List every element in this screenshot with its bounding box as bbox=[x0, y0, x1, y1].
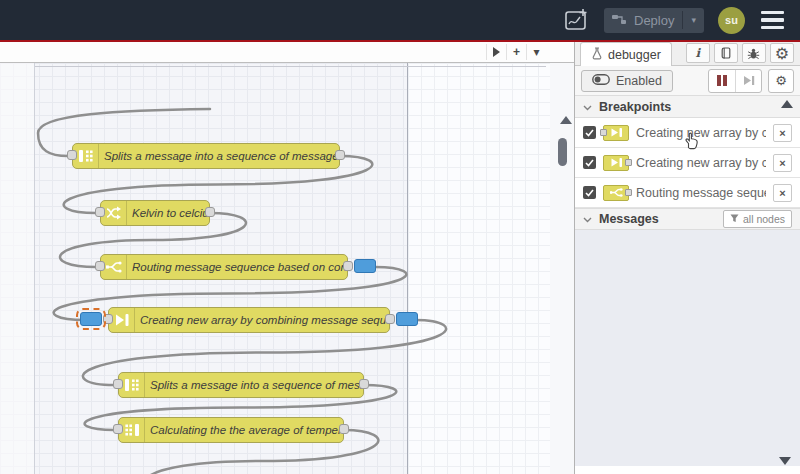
sidebar-scroll-up-arrow[interactable] bbox=[781, 100, 793, 108]
flow-node-split-2[interactable]: Splits a message into a sequence of mess… bbox=[118, 372, 364, 398]
add-flow-button[interactable]: + bbox=[506, 44, 526, 60]
output-port[interactable] bbox=[205, 207, 215, 217]
breakpoint-marker-input-selected[interactable] bbox=[80, 312, 102, 326]
input-port[interactable] bbox=[95, 261, 105, 271]
tab-debugger[interactable]: debugger bbox=[580, 42, 672, 66]
breakpoint-marker-output[interactable] bbox=[396, 312, 418, 326]
user-avatar[interactable]: su bbox=[718, 7, 745, 34]
breakpoint-label: Creating new array by combining message … bbox=[636, 126, 766, 140]
deploy-label: Deploy bbox=[628, 13, 682, 28]
node-label: Routing message sequence based on condit… bbox=[127, 261, 347, 273]
remove-breakpoint-button[interactable]: × bbox=[773, 184, 792, 202]
node-label: Creating new array by combining message … bbox=[135, 314, 389, 326]
tab-scroll-right-button[interactable] bbox=[486, 44, 506, 60]
node-red-app: Deploy ▾ su + ▾ bbox=[0, 0, 800, 474]
input-port[interactable] bbox=[95, 207, 105, 217]
breakpoint-checkbox-checked[interactable] bbox=[583, 186, 596, 199]
sidebar-scroll-down-arrow[interactable] bbox=[779, 457, 791, 465]
main-menu-button[interactable] bbox=[759, 7, 786, 34]
flow-node-join-1[interactable]: Creating new array by combining message … bbox=[108, 307, 390, 333]
debugger-enabled-toggle[interactable]: Enabled bbox=[581, 70, 673, 92]
tab-debug-bug-button[interactable] bbox=[742, 43, 766, 63]
flow-tab-bar: + ▾ bbox=[0, 42, 574, 63]
deploy-dropdown-caret[interactable]: ▾ bbox=[682, 11, 704, 29]
input-port[interactable] bbox=[113, 424, 123, 434]
canvas-scroll-up-arrow[interactable] bbox=[560, 116, 572, 124]
mini-output-port bbox=[625, 159, 632, 166]
breakpoint-row[interactable]: Routing message sequence based on condit… bbox=[575, 178, 800, 208]
flow-list-caret-button[interactable]: ▾ bbox=[526, 44, 546, 60]
sidebar-tabs: debugger i ⚙ ▾ bbox=[575, 42, 800, 66]
output-port[interactable] bbox=[339, 424, 349, 434]
pause-step-group bbox=[708, 69, 762, 93]
toggle-on-icon bbox=[592, 74, 610, 88]
deploy-button[interactable]: Deploy ▾ bbox=[604, 8, 704, 33]
funnel-icon bbox=[730, 213, 739, 225]
mini-input-port bbox=[600, 129, 607, 136]
debugger-toolbar: Enabled ⚙ bbox=[575, 66, 800, 96]
deploy-icon bbox=[612, 12, 628, 29]
pause-button[interactable] bbox=[709, 70, 735, 92]
output-port[interactable] bbox=[343, 261, 353, 271]
messages-section-header[interactable]: Messages all nodes bbox=[575, 208, 800, 230]
chevron-down-icon bbox=[583, 100, 592, 114]
join-node-mini-icon bbox=[603, 155, 629, 171]
flow-node-join-2[interactable]: Calculating the the average of temperatu… bbox=[118, 417, 344, 443]
tab-debugger-label: debugger bbox=[608, 48, 661, 62]
chevron-down-icon bbox=[583, 212, 592, 226]
messages-empty-area bbox=[575, 230, 800, 474]
step-button[interactable] bbox=[735, 70, 761, 92]
tab-help-book-button[interactable] bbox=[714, 43, 738, 63]
canvas-top-edge bbox=[35, 66, 546, 67]
tab-info-button[interactable]: i bbox=[686, 43, 710, 63]
node-label: Splits a message into a sequence of mess… bbox=[145, 379, 363, 391]
output-port[interactable] bbox=[385, 314, 395, 324]
node-label: Calculating the the average of temperatu… bbox=[145, 424, 343, 436]
message-filter-button[interactable]: all nodes bbox=[723, 210, 792, 228]
input-port[interactable] bbox=[103, 314, 113, 324]
breakpoint-marker-output[interactable] bbox=[354, 259, 376, 273]
breakpoint-checkbox-checked[interactable] bbox=[583, 156, 596, 169]
header: Deploy ▾ su bbox=[0, 0, 800, 40]
node-label: Kelvin to celcius bbox=[127, 207, 209, 219]
join-node-mini-icon bbox=[603, 125, 629, 141]
input-port[interactable] bbox=[67, 150, 77, 160]
flow-node-switch[interactable]: Routing message sequence based on condit… bbox=[100, 254, 348, 280]
remove-breakpoint-button[interactable]: × bbox=[773, 124, 792, 142]
flow-workspace: + ▾ bbox=[0, 42, 574, 474]
tab-settings-gear-button[interactable]: ⚙ bbox=[770, 43, 794, 63]
debugger-settings-button[interactable]: ⚙ bbox=[768, 69, 794, 93]
breakpoint-label: Routing message sequence based on condit… bbox=[636, 186, 766, 200]
flow-node-split-1[interactable]: Splits a message into a sequence of mess… bbox=[72, 143, 340, 169]
node-label: Splits a message into a sequence of mess… bbox=[99, 150, 339, 162]
breakpoints-title: Breakpoints bbox=[599, 100, 671, 114]
breakpoint-checkbox-checked[interactable] bbox=[583, 126, 596, 139]
header-accent-line bbox=[0, 40, 800, 42]
messages-title: Messages bbox=[599, 212, 659, 226]
flask-icon bbox=[591, 47, 603, 63]
enabled-label: Enabled bbox=[616, 74, 662, 88]
breakpoints-section-header[interactable]: Breakpoints bbox=[575, 96, 800, 118]
mouse-cursor bbox=[683, 131, 700, 155]
filter-label: all nodes bbox=[743, 213, 785, 225]
switch-node-mini-icon bbox=[603, 185, 629, 201]
output-port[interactable] bbox=[359, 379, 369, 389]
breakpoint-label: Creating new array by combining message … bbox=[636, 156, 766, 170]
input-port[interactable] bbox=[113, 379, 123, 389]
canvas-vscroll-thumb[interactable] bbox=[558, 138, 567, 166]
output-port[interactable] bbox=[335, 150, 345, 160]
sidebar: debugger i ⚙ ▾ Enabled bbox=[574, 42, 800, 474]
remove-breakpoint-button[interactable]: × bbox=[773, 154, 792, 172]
flow-node-change[interactable]: Kelvin to celcius bbox=[100, 200, 210, 226]
mini-output-port bbox=[625, 189, 632, 196]
flow-assistant-icon[interactable] bbox=[562, 6, 590, 34]
